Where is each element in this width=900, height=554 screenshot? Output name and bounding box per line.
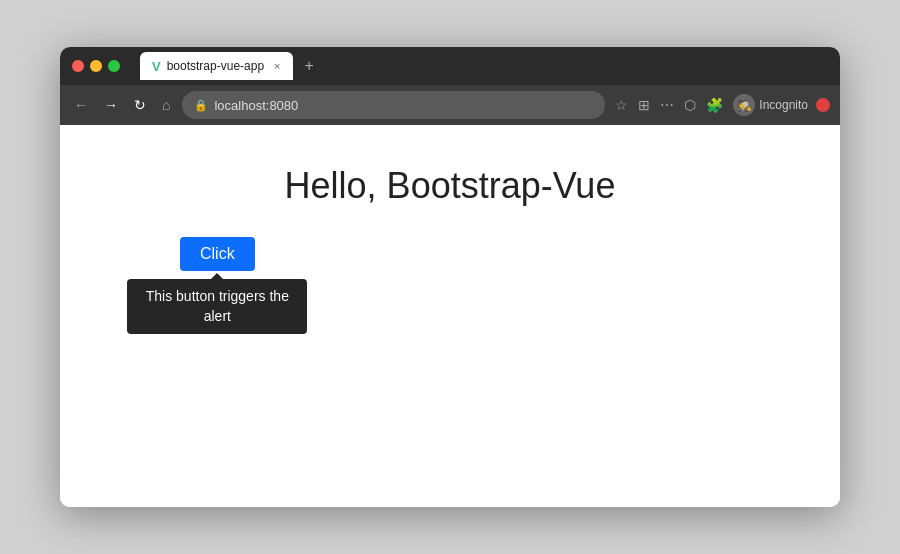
bookmark-star-icon[interactable]: ☆ [613, 95, 630, 115]
tab-area: V bootstrap-vue-app × + [140, 52, 828, 80]
tab-title-label: bootstrap-vue-app [167, 59, 264, 73]
close-window-button[interactable] [72, 60, 84, 72]
button-container: Click This button triggers the alert [180, 237, 255, 271]
home-button[interactable]: ⌂ [158, 95, 174, 115]
extension-icon-4[interactable]: 🧩 [704, 95, 725, 115]
browser-window: V bootstrap-vue-app × + ← → ↻ ⌂ 🔒 localh… [60, 47, 840, 507]
traffic-lights [72, 60, 120, 72]
incognito-label: Incognito [759, 98, 808, 112]
tooltip: This button triggers the alert [127, 279, 307, 334]
minimize-window-button[interactable] [90, 60, 102, 72]
title-bar: V bootstrap-vue-app × + [60, 47, 840, 85]
click-button[interactable]: Click [180, 237, 255, 271]
new-tab-button[interactable]: + [299, 55, 320, 77]
incognito-avatar: 🕵 [733, 94, 755, 116]
reload-button[interactable]: ↻ [130, 95, 150, 115]
extension-icon-2[interactable]: ⋯ [658, 95, 676, 115]
tab-close-button[interactable]: × [274, 60, 280, 72]
vue-logo-icon: V [152, 59, 161, 74]
extension-icon-1[interactable]: ⊞ [636, 95, 652, 115]
lock-icon: 🔒 [194, 99, 208, 112]
page-title: Hello, Bootstrap-Vue [120, 165, 780, 207]
forward-button[interactable]: → [100, 95, 122, 115]
address-input[interactable]: 🔒 localhost:8080 [182, 91, 605, 119]
active-tab[interactable]: V bootstrap-vue-app × [140, 52, 293, 80]
page-content: Hello, Bootstrap-Vue Click This button t… [60, 125, 840, 507]
maximize-window-button[interactable] [108, 60, 120, 72]
url-text: localhost:8080 [214, 98, 298, 113]
back-button[interactable]: ← [70, 95, 92, 115]
toolbar-icons: ☆ ⊞ ⋯ ⬡ 🧩 [613, 95, 725, 115]
record-button[interactable] [816, 98, 830, 112]
address-bar: ← → ↻ ⌂ 🔒 localhost:8080 ☆ ⊞ ⋯ ⬡ 🧩 🕵 Inc… [60, 85, 840, 125]
extension-icon-3[interactable]: ⬡ [682, 95, 698, 115]
incognito-area[interactable]: 🕵 Incognito [733, 94, 808, 116]
